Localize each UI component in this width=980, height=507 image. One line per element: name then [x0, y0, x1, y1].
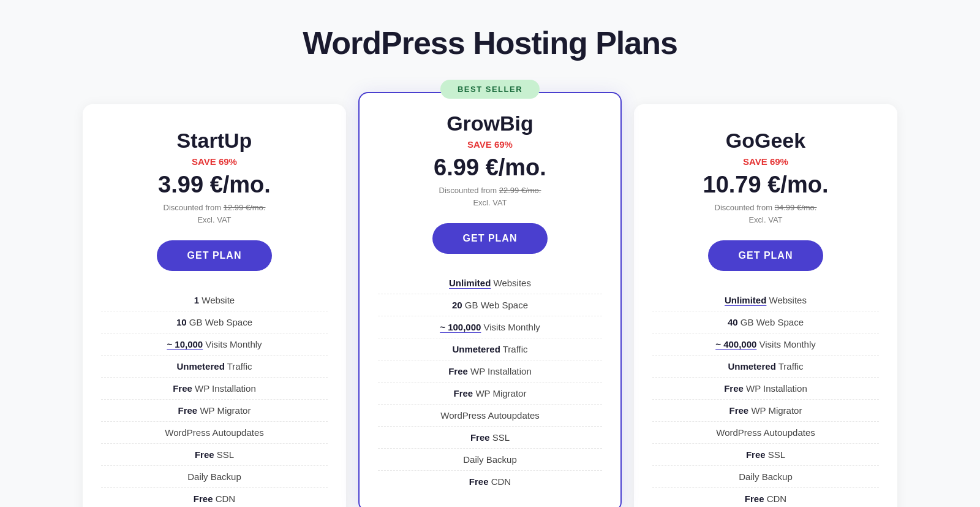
plan-name-startup: StartUp [101, 129, 328, 153]
feature-item: Unlimited Websites [378, 272, 602, 294]
feature-highlight: Free [195, 449, 214, 460]
feature-highlight: Unmetered [728, 361, 775, 372]
features-list-startup: 1 Website10 GB Web Space~ 10,000 Visits … [101, 289, 328, 507]
feature-item: Free WP Installation [101, 378, 328, 400]
feature-item: Unmetered Traffic [378, 338, 602, 360]
feature-item: Free WP Migrator [652, 400, 879, 422]
feature-highlight: Free [454, 388, 473, 398]
feature-item: Free CDN [101, 488, 328, 507]
feature-item: Free WP Installation [652, 378, 879, 400]
feature-item: Daily Backup [652, 466, 879, 488]
plan-card-growbig: BEST SELLERGrowBigSAVE 69%6.99 €/mo.Disc… [358, 92, 622, 507]
feature-highlight: Free [729, 405, 749, 416]
feature-item: 10 GB Web Space [101, 311, 328, 334]
features-list-growbig: Unlimited Websites20 GB Web Space~ 100,0… [378, 272, 602, 492]
plan-card-gogeek: GoGeekSAVE 69%10.79 €/mo.Discounted from… [634, 104, 897, 507]
feature-item: WordPress Autoupdates [652, 422, 879, 444]
feature-item: Free CDN [652, 488, 879, 507]
save-badge-startup: SAVE 69% [101, 156, 328, 167]
feature-highlight: Unmetered [176, 361, 224, 372]
feature-highlight: ~ 100,000 [440, 322, 481, 332]
plan-discount-growbig: Discounted from 22.99 €/mo.Excl. VAT [378, 185, 602, 208]
feature-item: 1 Website [101, 289, 328, 311]
feature-item: 20 GB Web Space [378, 294, 602, 316]
plan-price-growbig: 6.99 €/mo. [378, 154, 602, 181]
get-plan-button-growbig[interactable]: GET PLAN [432, 223, 548, 254]
feature-highlight: 1 [194, 295, 199, 305]
save-badge-growbig: SAVE 69% [378, 139, 602, 150]
feature-item: Unlimited Websites [652, 289, 879, 311]
feature-item: ~ 100,000 Visits Monthly [378, 316, 602, 338]
plan-price-gogeek: 10.79 €/mo. [652, 172, 879, 198]
feature-highlight: Free [173, 383, 192, 394]
best-seller-badge: BEST SELLER [440, 80, 540, 99]
feature-highlight: Unlimited [449, 278, 491, 288]
save-badge-gogeek: SAVE 69% [652, 156, 879, 167]
feature-item: Free SSL [652, 444, 879, 466]
feature-highlight: Free [448, 366, 468, 376]
feature-item: Free WP Migrator [378, 383, 602, 405]
feature-item: Free SSL [101, 444, 328, 466]
feature-highlight: Free [178, 405, 198, 416]
feature-item: 40 GB Web Space [652, 311, 879, 334]
feature-item: WordPress Autoupdates [101, 422, 328, 444]
plan-card-startup: StartUpSAVE 69%3.99 €/mo.Discounted from… [83, 104, 346, 507]
feature-highlight: 40 [728, 317, 738, 327]
feature-item: Free WP Migrator [101, 400, 328, 422]
feature-item: Daily Backup [378, 449, 602, 471]
page-title: WordPress Hosting Plans [303, 25, 677, 61]
plan-price-startup: 3.99 €/mo. [101, 172, 328, 198]
get-plan-button-gogeek[interactable]: GET PLAN [708, 240, 824, 271]
feature-highlight: Free [194, 494, 213, 504]
feature-item: Unmetered Traffic [101, 356, 328, 378]
feature-item: ~ 10,000 Visits Monthly [101, 334, 328, 356]
feature-highlight: Free [746, 449, 766, 460]
feature-highlight: Free [470, 432, 490, 443]
feature-highlight: Free [745, 494, 764, 504]
plans-container: StartUpSAVE 69%3.99 €/mo.Discounted from… [61, 92, 919, 507]
plan-discount-gogeek: Discounted from 34.99 €/mo.Excl. VAT [652, 202, 879, 226]
feature-highlight: Free [724, 383, 744, 394]
feature-item: ~ 400,000 Visits Monthly [652, 334, 879, 356]
feature-item: Daily Backup [101, 466, 328, 488]
features-list-gogeek: Unlimited Websites40 GB Web Space~ 400,0… [652, 289, 879, 507]
feature-highlight: ~ 400,000 [715, 339, 756, 349]
feature-highlight: Unmetered [452, 344, 500, 354]
feature-item: Free WP Installation [378, 360, 602, 383]
feature-item: Free SSL [378, 427, 602, 449]
feature-highlight: ~ 10,000 [167, 339, 203, 349]
feature-item: Free CDN [378, 471, 602, 492]
feature-highlight: Free [469, 476, 489, 487]
plan-name-gogeek: GoGeek [652, 129, 879, 153]
feature-highlight: Unlimited [725, 295, 766, 305]
feature-highlight: 20 [452, 300, 462, 310]
feature-highlight: 10 [176, 317, 187, 327]
feature-item: WordPress Autoupdates [378, 405, 602, 427]
plan-name-growbig: GrowBig [378, 112, 602, 135]
plan-discount-startup: Discounted from 12.99 €/mo.Excl. VAT [101, 202, 328, 226]
get-plan-button-startup[interactable]: GET PLAN [157, 240, 273, 271]
feature-item: Unmetered Traffic [652, 356, 879, 378]
